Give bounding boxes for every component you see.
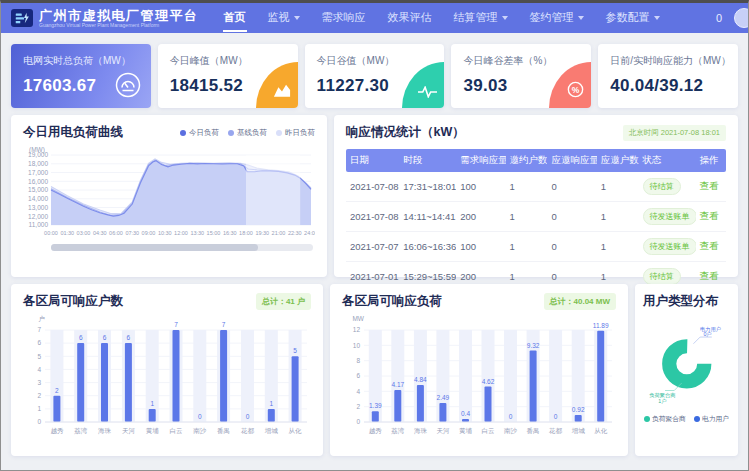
svg-text:15,000: 15,000 bbox=[28, 186, 48, 193]
col-header-0: 日期 bbox=[346, 149, 399, 172]
forecast-highlight-band bbox=[246, 155, 300, 225]
bar-category: 花都 bbox=[240, 427, 255, 435]
user-type-panel: 用户类型分布 电力用户0户负荷聚合商1户 负荷聚合商电力用户 bbox=[635, 284, 738, 456]
view-link[interactable]: 查看 bbox=[700, 210, 719, 221]
svg-text:12,000: 12,000 bbox=[28, 213, 48, 220]
table-cell: 1 bbox=[506, 202, 548, 232]
chart-zoom-slider-handle[interactable] bbox=[51, 244, 258, 251]
svg-text:%: % bbox=[572, 85, 580, 95]
svg-text:12:00: 12:00 bbox=[174, 230, 188, 236]
bar-band bbox=[265, 330, 278, 422]
bar[interactable] bbox=[372, 411, 379, 422]
nav-item-demand-response[interactable]: 需求响应 bbox=[311, 3, 377, 33]
svg-text:07:30: 07:30 bbox=[125, 230, 139, 236]
bar[interactable] bbox=[394, 390, 401, 422]
bar-category: 番禺 bbox=[527, 427, 540, 435]
resp-users-panel: 各区局可响应户数 总计：41 户 户765432102越秀6荔湾6海珠6天河1黄… bbox=[11, 284, 323, 456]
table-cell: 2021-07-08 bbox=[346, 202, 399, 232]
resp-users-chart: 户765432102越秀6荔湾6海珠6天河1黄埔7白云0南沙7番禺0花都1增城5… bbox=[23, 312, 311, 450]
bar[interactable] bbox=[125, 343, 132, 422]
bar[interactable] bbox=[149, 409, 156, 422]
kpi-card-peak-valley-rate: 今日峰谷差率（%）39.03% bbox=[451, 44, 591, 108]
chart-zoom-slider[interactable] bbox=[51, 244, 313, 251]
bar-category: 越秀 bbox=[369, 427, 383, 435]
svg-text:14,000: 14,000 bbox=[28, 195, 48, 202]
table-cell: 1 bbox=[506, 172, 548, 202]
bar-category: 番禺 bbox=[217, 427, 230, 435]
legend-dot bbox=[180, 130, 186, 136]
resp-load-title: 各区局可响应负荷 bbox=[342, 293, 442, 310]
nav-item-settlement-mgmt[interactable]: 结算管理 bbox=[443, 3, 519, 33]
svg-text:6: 6 bbox=[356, 372, 360, 379]
kpi-label: 今日谷值（MW） bbox=[317, 54, 433, 68]
bar[interactable] bbox=[268, 409, 275, 422]
callout-value: 1户 bbox=[658, 398, 666, 404]
bar[interactable] bbox=[101, 343, 108, 422]
bar[interactable] bbox=[220, 330, 227, 422]
bar[interactable] bbox=[530, 351, 537, 423]
table-cell: 0 bbox=[547, 172, 596, 202]
load-curve-panel: 今日用电负荷曲线 今日负荷基线负荷昨日负荷 (MW)19,00018,00017… bbox=[11, 115, 327, 277]
bar[interactable] bbox=[53, 396, 60, 422]
svg-text:04:30: 04:30 bbox=[93, 230, 107, 236]
view-link[interactable]: 查看 bbox=[700, 270, 719, 281]
bar[interactable] bbox=[173, 330, 180, 422]
svg-text:0: 0 bbox=[37, 418, 41, 425]
bar-band bbox=[193, 330, 206, 422]
nav-item-parameter-config[interactable]: 参数配置 bbox=[595, 3, 671, 33]
bar[interactable] bbox=[292, 356, 299, 422]
legend-item[interactable]: 昨日负荷 bbox=[276, 128, 315, 138]
view-link[interactable]: 查看 bbox=[700, 180, 719, 191]
bar-category: 海珠 bbox=[414, 427, 428, 435]
notification-count[interactable]: 0 bbox=[716, 12, 722, 24]
bar[interactable] bbox=[597, 331, 604, 422]
bar-value: 0 bbox=[198, 413, 202, 420]
bar-band bbox=[549, 330, 562, 422]
legend-item[interactable]: 今日负荷 bbox=[180, 128, 219, 138]
table-cell: 14:11~14:41 bbox=[399, 202, 456, 232]
nav-item-home[interactable]: 首页 bbox=[213, 3, 257, 33]
status-badge: 待发送账单 bbox=[643, 238, 696, 255]
svg-text:09:00: 09:00 bbox=[142, 230, 156, 236]
legend-label: 电力用户 bbox=[702, 414, 729, 424]
table-cell: 16:06~16:36 bbox=[399, 232, 456, 262]
pie-slice[interactable] bbox=[669, 346, 704, 381]
legend-item[interactable]: 电力用户 bbox=[694, 414, 729, 424]
table-row: 2021-07-0814:11~14:41200101待发送账单查看 bbox=[346, 202, 726, 232]
col-header-1: 时段 bbox=[399, 149, 456, 172]
app-title: 广州市虚拟电厂管理平台 bbox=[39, 9, 199, 22]
svg-text:22:30: 22:30 bbox=[288, 230, 302, 236]
svg-text:6: 6 bbox=[37, 339, 41, 346]
svg-text:17,000: 17,000 bbox=[28, 169, 48, 176]
svg-text:06:00: 06:00 bbox=[109, 230, 123, 236]
beijing-time-badge: 北京时间 2021-07-08 18:01 bbox=[623, 125, 726, 141]
legend-dot bbox=[228, 130, 234, 136]
col-header-4: 应邀响应量 bbox=[547, 149, 596, 172]
legend-item[interactable]: 负荷聚合商 bbox=[644, 414, 686, 424]
bar[interactable] bbox=[77, 343, 84, 422]
nav-item-effect-evaluation[interactable]: 效果评估 bbox=[377, 3, 443, 33]
bar-category: 南沙 bbox=[504, 427, 518, 435]
bar[interactable] bbox=[417, 385, 424, 422]
view-link[interactable]: 查看 bbox=[700, 240, 719, 251]
bar-value: 0 bbox=[509, 413, 513, 420]
svg-text:00:00: 00:00 bbox=[44, 230, 58, 236]
bar[interactable] bbox=[575, 415, 582, 422]
svg-text:24:00: 24:00 bbox=[304, 230, 315, 236]
table-cell: 0 bbox=[547, 232, 596, 262]
kpi-label: 电网实时总负荷（MW） bbox=[23, 54, 139, 68]
response-table-header: 日期时段需求响应量邀约户数应邀响应量应邀户数状态操作 bbox=[346, 149, 726, 172]
nav-item-monitoring[interactable]: 监视 bbox=[257, 3, 311, 33]
user-avatar[interactable] bbox=[734, 8, 749, 28]
resp-users-total-badge: 总计：41 户 bbox=[256, 293, 311, 310]
svg-text:12: 12 bbox=[353, 326, 361, 333]
user-type-chart: 电力用户0户负荷聚合商1户 bbox=[645, 312, 729, 412]
bar[interactable] bbox=[485, 387, 492, 422]
bar[interactable] bbox=[439, 403, 446, 422]
nav-item-contract-mgmt[interactable]: 签约管理 bbox=[519, 3, 595, 33]
legend-item[interactable]: 基线负荷 bbox=[228, 128, 267, 138]
chevron-down-icon bbox=[654, 16, 660, 20]
svg-text:03:00: 03:00 bbox=[77, 230, 91, 236]
legend-label: 昨日负荷 bbox=[285, 128, 315, 138]
legend-label: 基线负荷 bbox=[237, 128, 267, 138]
